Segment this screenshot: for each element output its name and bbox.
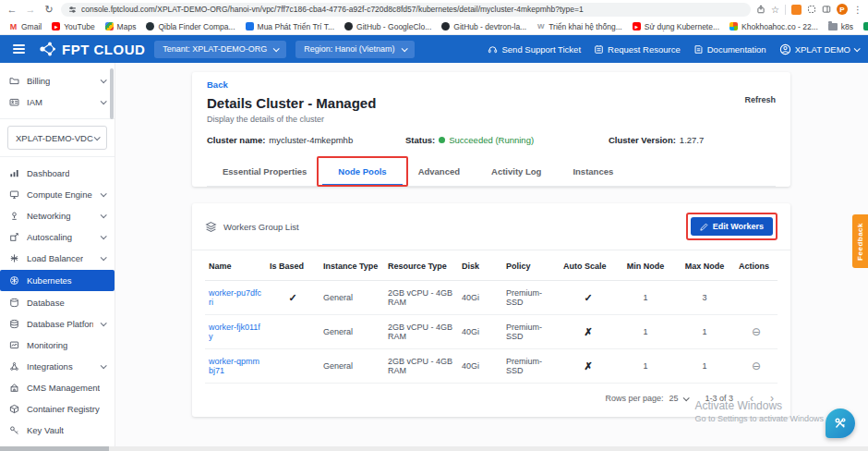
fpt-cloud-logo: FPT CLOUD	[38, 41, 145, 57]
policy-value: Premium-SSD	[502, 349, 560, 384]
chevron-down-icon	[94, 134, 101, 140]
pagination-range: 1-3 of 3	[705, 394, 733, 403]
app-header: FPT CLOUD Tenant: XPLAT-DEMO-ORG Region:…	[0, 35, 868, 63]
youtube-icon	[52, 22, 60, 30]
auto-scale-check-icon: ✓	[584, 292, 592, 303]
bookmark-star-icon[interactable]: ☆	[771, 5, 779, 15]
horizontal-scrollbar[interactable]	[0, 446, 868, 451]
scrollbar-thumb[interactable]	[0, 446, 109, 451]
bookmark-kubernetes-video[interactable]: Sử dụng Kubernete...	[633, 22, 719, 31]
sidebar-item-database[interactable]: Database	[0, 292, 115, 313]
prev-page-button[interactable]: ‹	[750, 392, 753, 405]
back-button[interactable]: ←	[6, 4, 18, 15]
container-cube-icon	[9, 404, 19, 414]
address-bar[interactable]: console.fptcloud.com/XPLAT-DEMO-ORG/hano…	[61, 3, 751, 17]
extensions-icon[interactable]	[807, 5, 816, 14]
next-page-button[interactable]: ›	[770, 392, 774, 405]
tab-advanced[interactable]: Advanced	[403, 158, 476, 186]
sidebar-item-cms-management[interactable]: CMS Management	[0, 377, 115, 398]
hamburger-menu-icon[interactable]	[9, 41, 29, 57]
tab-activity-log[interactable]: Activity Log	[476, 158, 557, 186]
sidebar: Billing IAM XPLAT-DEMO-VDC Dashboard Com…	[0, 63, 115, 446]
site-info-icon[interactable]	[68, 6, 77, 14]
col-auto-scale: Auto Scale	[560, 252, 617, 281]
bookmark-trienkhai[interactable]: WTriển khai hệ thống...	[536, 22, 622, 31]
worker-name-link[interactable]: worker-qpmmbj71	[209, 357, 259, 375]
rows-per-page-select[interactable]: Rows per page: 25	[605, 394, 688, 403]
edit-workers-button[interactable]: Edit Workers	[691, 217, 773, 236]
share-icon[interactable]	[756, 5, 766, 14]
sidebar-item-kubernetes[interactable]: Kubernetes	[0, 270, 115, 291]
sidebar-item-monitoring[interactable]: Monitoring	[0, 335, 115, 356]
bookmark-qibla[interactable]: Qibla Finder Compa...	[146, 22, 235, 31]
qibla-icon	[146, 22, 154, 30]
chat-widget-icon	[833, 416, 848, 431]
cluster-details-card: Back Details Cluster - Managed Refresh D…	[192, 72, 790, 187]
tenant-selector[interactable]: Tenant: XPLAT-DEMO-ORG	[154, 41, 286, 58]
tab-essential-properties[interactable]: Essential Properties	[207, 158, 322, 186]
bookmark-folder-k8s[interactable]: k8s	[828, 22, 853, 31]
bookmark-sheet[interactable]: Quỹ lớp Moon 2.xls...	[863, 22, 868, 31]
bookmark-github-2[interactable]: GitHub - devtron-la...	[441, 22, 526, 31]
sidebar-item-autoscaling[interactable]: Autoscaling	[0, 226, 115, 248]
cms-building-icon	[9, 383, 19, 393]
sidebar-scrollbar[interactable]	[110, 68, 114, 119]
bookmark-gmail[interactable]: MGmail	[9, 22, 42, 31]
worker-name-link[interactable]: worker-fjk011fy	[209, 323, 260, 341]
tab-instances[interactable]: Instances	[557, 158, 629, 186]
sidebar-item-container-registry[interactable]: Container Registry	[0, 398, 115, 420]
remove-worker-icon[interactable]: ⊖	[752, 360, 761, 372]
region-selector[interactable]: Region: Hanoi (Vietnam)	[295, 41, 414, 58]
forward-button[interactable]: →	[24, 4, 37, 15]
side-panel-icon[interactable]	[822, 5, 831, 14]
back-link[interactable]: Back	[207, 79, 228, 90]
tab-node-pools[interactable]: Node Pools	[322, 158, 402, 186]
bookmark-github-1[interactable]: GitHub - GoogleClo...	[344, 22, 431, 31]
feedback-tab[interactable]: Feedback	[852, 214, 868, 268]
account-menu[interactable]: XPLAT DEMO	[779, 43, 859, 55]
rows-per-page-value: 25	[669, 394, 678, 403]
layers-icon	[205, 221, 217, 233]
sidebar-item-iam[interactable]: IAM	[0, 91, 115, 113]
col-policy: Policy	[502, 252, 560, 281]
col-instance-type: Instance Type	[319, 252, 384, 281]
book-icon	[693, 44, 704, 55]
max-node-value: 1	[674, 349, 735, 384]
min-node-value: 1	[617, 349, 674, 384]
refresh-link[interactable]: Refresh	[744, 95, 776, 104]
cluster-info-row: Cluster name: mycluster-4mkepmhb Status:…	[207, 135, 776, 145]
sidebar-item-networking[interactable]: Networking	[0, 205, 115, 226]
sidebar-item-integrations[interactable]: Integrations	[0, 356, 115, 377]
sheets-icon	[863, 22, 868, 30]
resource-type-value: 2GB vCPU - 4GB RAM	[384, 281, 458, 315]
send-support-ticket-link[interactable]: Send Support Ticket	[488, 44, 581, 55]
request-resource-link[interactable]: Request Resource	[594, 44, 681, 55]
browser-menu-icon[interactable]: ⋮	[853, 5, 862, 15]
metamask-extension-icon[interactable]	[791, 5, 802, 15]
resource-type-value: 2GB vCPU - 4GB RAM	[384, 349, 458, 384]
worker-name-link[interactable]: worker-pu7dfcri	[209, 288, 261, 307]
sidebar-item-dashboard[interactable]: Dashboard	[0, 163, 115, 184]
bookmark-doc[interactable]: Mua Phát Triển Trí T...	[246, 22, 334, 31]
vdc-selector[interactable]: XPLAT-DEMO-VDC	[7, 126, 107, 150]
sidebar-item-compute-engine[interactable]: Compute Engine	[0, 184, 115, 205]
remove-worker-icon[interactable]: ⊖	[752, 325, 761, 338]
database-platform-icon	[9, 319, 19, 329]
documentation-link[interactable]: Documentation	[693, 44, 766, 55]
sidebar-item-key-vault[interactable]: Key Vault	[0, 420, 115, 441]
bookmark-maps[interactable]: Maps	[105, 22, 137, 31]
sidebar-item-load-balancer[interactable]: Load Balancer	[0, 248, 115, 269]
chevron-down-icon	[273, 45, 280, 52]
bookmark-youtube[interactable]: YouTube	[52, 22, 94, 31]
chat-widget[interactable]	[826, 408, 855, 438]
profile-avatar[interactable]: P	[837, 4, 848, 15]
reload-button[interactable]: ↻	[42, 4, 55, 16]
table-row: worker-pu7dfcri ✓ General 2GB vCPU - 4GB…	[205, 281, 778, 315]
windows-icon	[729, 22, 738, 30]
min-node-value: 1	[617, 281, 674, 315]
sidebar-item-database-platform[interactable]: Database Platform	[0, 313, 115, 335]
bookmark-khokhoahoc[interactable]: Khokhoahoc.co - 22...	[729, 22, 818, 31]
policy-value: Premium-SSD	[502, 315, 560, 349]
sidebar-item-billing[interactable]: Billing	[0, 70, 115, 91]
chevron-down-icon	[101, 233, 107, 239]
